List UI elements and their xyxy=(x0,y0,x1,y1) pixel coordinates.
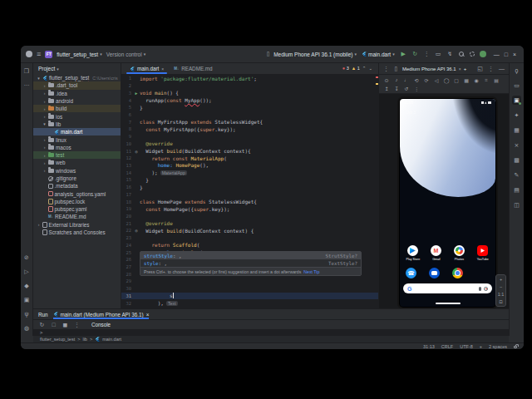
indent-size[interactable]: 2 spaces xyxy=(489,344,507,349)
app-insights-icon[interactable]: ▦ xyxy=(512,126,521,135)
device-selector[interactable]: ▯ Medium Phone API 36.1 (mobile) ▾ xyxy=(264,51,357,58)
run-panel-label[interactable]: Run xyxy=(38,312,48,318)
project-panel-header[interactable]: Project ▾ xyxy=(33,63,121,74)
tree-item-analysis-options-yaml[interactable]: analysis_options.yaml xyxy=(33,190,121,197)
tree-arrow-icon[interactable]: › xyxy=(42,137,47,142)
code-line[interactable]: 9 xyxy=(121,133,378,140)
overview-button[interactable]: ▢ xyxy=(453,76,460,83)
code-line[interactable]: 23 xyxy=(121,234,378,242)
editor-tab-readme-md[interactable]: M↓README.md xyxy=(169,63,217,74)
maximize-button[interactable]: □ xyxy=(502,52,510,57)
tree-item-scratches-and-consoles[interactable]: Scratches and Consoles xyxy=(33,229,121,236)
tree-item-flutter-setup-test[interactable]: ▾flutter_setup_testC:\Users\cris xyxy=(33,74,121,81)
tree-item--dart-tool[interactable]: ›.dart_tool xyxy=(33,81,121,89)
tree-arrow-icon[interactable]: › xyxy=(42,114,47,119)
add-device-tab-button[interactable]: + xyxy=(464,66,467,71)
play-store-icon[interactable] xyxy=(407,245,418,256)
swipe-down-button[interactable]: ↧ xyxy=(393,85,400,91)
file-encoding[interactable]: UTF-8 xyxy=(460,344,473,349)
tree-item-lib[interactable]: ▾lib xyxy=(33,121,121,128)
screen-record-button[interactable]: ⌗ xyxy=(483,76,490,83)
tree-item-pubspec-lock[interactable]: pubspec.lock xyxy=(33,198,121,205)
float-window-icon[interactable]: ◱ xyxy=(476,65,484,72)
console-output[interactable]: > xyxy=(33,329,509,336)
tree-arrow-icon[interactable]: › xyxy=(37,222,41,227)
code-line[interactable]: 20 xyxy=(121,213,378,220)
resource-manager-icon[interactable]: ◫ xyxy=(512,200,521,209)
main-menu-icon[interactable]: ≡ xyxy=(37,51,41,58)
code-line[interactable]: 21 @override xyxy=(121,219,378,227)
close-run-tab-icon[interactable]: × xyxy=(146,312,150,318)
tree-arrow-icon[interactable]: › xyxy=(42,168,47,173)
code-line[interactable]: 12 return const MaterialApp( xyxy=(121,155,378,162)
override-gutter-icon[interactable]: ◎ xyxy=(133,149,140,154)
version-control-menu[interactable]: Version control▾ xyxy=(106,52,146,57)
unlock-icon[interactable] xyxy=(514,346,517,349)
close-button[interactable]: × xyxy=(510,52,519,57)
tree-item-windows[interactable]: ›windows xyxy=(33,167,121,175)
tree-item--gitignore[interactable]: .gitignore xyxy=(33,175,121,182)
toolbar-more-kebab[interactable]: ⋮ xyxy=(413,85,420,91)
tree-item-test[interactable]: ›test xyxy=(33,151,121,159)
camera-button[interactable]: ▤ xyxy=(493,76,500,83)
close-tab-icon[interactable]: × xyxy=(161,66,164,71)
phone-icon[interactable]: ☎ xyxy=(406,268,416,278)
app-gmail[interactable]: MGmail xyxy=(431,245,441,262)
next-problem-icon[interactable]: ⌄ xyxy=(368,66,372,71)
mic-icon[interactable] xyxy=(479,287,481,291)
zoom-out-button[interactable]: − xyxy=(500,284,502,289)
profiler-icon[interactable]: ↯ xyxy=(446,51,454,58)
cursor-position[interactable]: 31:13 xyxy=(423,344,435,349)
rotate-right-button[interactable]: ⟳ xyxy=(423,76,430,83)
inspections-widget[interactable]: ● 3▲ 1⌃⌄ xyxy=(340,65,375,71)
app-photos[interactable]: Photos xyxy=(454,245,465,262)
minimize-button[interactable]: — xyxy=(491,52,502,57)
tree-item--idea[interactable]: ›.idea xyxy=(33,90,121,97)
tree-item-build[interactable]: ›build xyxy=(33,105,121,112)
run-configuration-selector[interactable]: main.dart ▾ xyxy=(362,52,395,57)
youtube-icon[interactable] xyxy=(477,245,488,256)
code-line[interactable]: 31 s xyxy=(121,293,378,300)
rotate-left-button[interactable]: ⟲ xyxy=(413,76,420,83)
volume-up-button[interactable]: ♪ xyxy=(393,76,400,83)
panel-options-kebab[interactable]: ⋮ xyxy=(487,65,495,72)
zoom-fit-button[interactable]: ⊡ xyxy=(499,299,503,304)
tree-arrow-icon[interactable]: › xyxy=(42,91,47,96)
code-line[interactable]: 1import 'package:flutter/material.dart'; xyxy=(121,75,378,82)
line-ending[interactable]: CRLF xyxy=(441,344,453,349)
gemini-icon[interactable]: ✦ xyxy=(512,111,521,120)
code-line[interactable]: 17 xyxy=(121,191,378,199)
override-gutter-icon[interactable]: ◎ xyxy=(133,228,140,233)
photos-icon[interactable] xyxy=(454,245,465,256)
device-manager-icon[interactable]: ▭ xyxy=(435,51,442,58)
messages-icon[interactable] xyxy=(429,268,440,278)
code-line[interactable]: 19 const HomePage({super.key}); xyxy=(121,205,378,213)
code-line[interactable]: 22◎ Widget build(BuildContext context) { xyxy=(121,227,378,234)
app-play-store[interactable]: Play Store xyxy=(407,245,418,262)
code-line[interactable]: 8 const MyFirstApp({super.key}); xyxy=(121,126,378,133)
lens-icon[interactable] xyxy=(484,287,488,291)
prev-problem-icon[interactable]: ⌃ xyxy=(362,66,367,71)
console-tab[interactable]: Console xyxy=(91,322,111,328)
google-search-bar[interactable]: G xyxy=(403,283,492,293)
device-manager-stripe-icon[interactable]: ▭ xyxy=(512,81,521,90)
tree-arrow-icon[interactable]: › xyxy=(42,106,47,111)
tree-item-linux[interactable]: ›linux xyxy=(33,135,121,143)
stop-button[interactable]: ◼ xyxy=(62,321,69,328)
code-line[interactable]: 7class MyFirstApp extends StatelessWidge… xyxy=(121,118,378,126)
zoom-in-button[interactable]: + xyxy=(500,277,502,282)
device-tab[interactable]: Medium Phone API 36.1 xyxy=(402,66,456,71)
code-line[interactable]: 15 } xyxy=(121,176,378,184)
run-gutter-icon[interactable]: ▶ xyxy=(133,91,140,96)
fold-button[interactable]: ▦ xyxy=(463,76,470,83)
code-line[interactable]: 13 home: HomePage(), xyxy=(121,162,378,170)
structure-icon[interactable]: ▤ xyxy=(512,185,521,195)
tree-item-macos[interactable]: ›macos xyxy=(33,144,121,151)
home-button[interactable]: ◯ xyxy=(443,76,450,83)
build-variants-icon[interactable]: ⨯ xyxy=(512,140,521,150)
next-tip-link[interactable]: Next Tip xyxy=(303,269,319,274)
emulator-snapshots-icon[interactable]: ▩ xyxy=(512,155,521,165)
rerun-button[interactable]: ↻ xyxy=(38,321,46,328)
hot-reload-button[interactable]: ↻ xyxy=(411,51,419,58)
code-line[interactable]: 2 xyxy=(121,82,378,90)
